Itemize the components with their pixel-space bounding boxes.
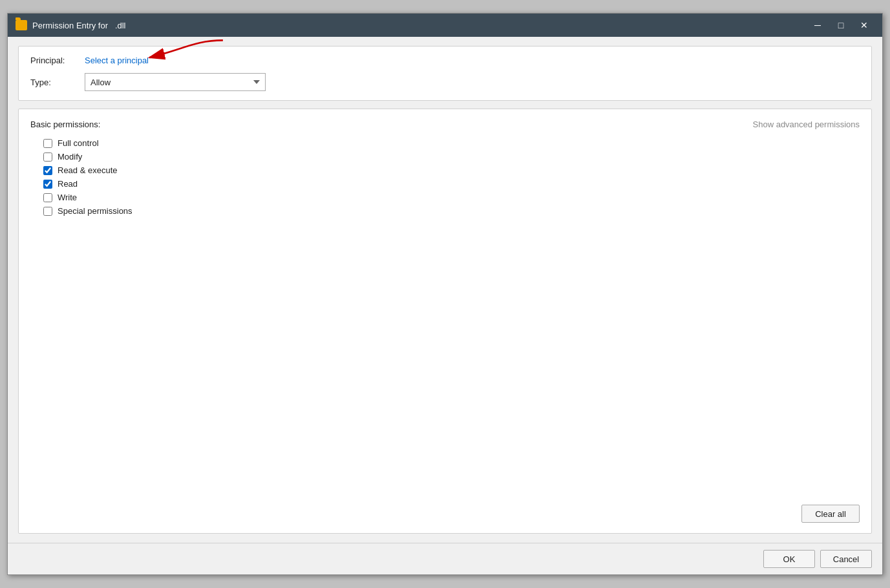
close-button[interactable]: ✕ (854, 17, 874, 33)
filename-text: .dll (115, 21, 126, 30)
type-label: Type: (30, 78, 82, 87)
select-principal-link[interactable]: Select a principal (85, 56, 149, 65)
write-checkbox[interactable] (43, 193, 52, 202)
title-text: Permission Entry for (32, 21, 108, 30)
list-item: Read & execute (43, 165, 860, 175)
window-footer: OK Cancel (8, 543, 882, 574)
list-item: Modify (43, 152, 860, 162)
list-item: Full control (43, 138, 860, 148)
permission-entry-window: Permission Entry for .dll ─ □ ✕ Principa… (7, 13, 883, 575)
list-item: Read (43, 179, 860, 189)
permissions-title: Basic permissions: (30, 120, 100, 129)
maximize-button[interactable]: □ (831, 17, 851, 33)
full-control-label: Full control (58, 138, 99, 148)
permissions-section: Basic permissions: Show advanced permiss… (18, 109, 872, 534)
modify-checkbox[interactable] (43, 152, 52, 162)
type-row: Type: Allow Deny (30, 73, 860, 91)
read-label: Read (58, 179, 78, 189)
permissions-list: Full control Modify Read & execute Read (43, 138, 860, 216)
ok-button[interactable]: OK (763, 550, 815, 568)
window-controls: ─ □ ✕ (807, 17, 874, 33)
list-item: Special permissions (43, 206, 860, 216)
folder-icon (16, 20, 27, 30)
read-execute-checkbox[interactable] (43, 166, 52, 175)
permissions-footer: Clear all (30, 497, 860, 523)
minimize-button[interactable]: ─ (807, 17, 828, 33)
title-bar: Permission Entry for .dll ─ □ ✕ (8, 14, 882, 37)
clear-all-button[interactable]: Clear all (801, 505, 860, 523)
show-advanced-permissions-link[interactable]: Show advanced permissions (753, 120, 860, 129)
cancel-button[interactable]: Cancel (820, 550, 872, 568)
window-body: Principal: Select a principal T (8, 37, 882, 543)
full-control-checkbox[interactable] (43, 139, 52, 148)
principal-label: Principal: (30, 56, 82, 65)
read-checkbox[interactable] (43, 180, 52, 189)
arrow-container: Select a principal (82, 56, 149, 65)
special-permissions-checkbox[interactable] (43, 207, 52, 216)
principal-section: Principal: Select a principal T (18, 46, 872, 101)
modify-label: Modify (58, 152, 82, 162)
special-permissions-label: Special permissions (58, 206, 132, 216)
permissions-header: Basic permissions: Show advanced permiss… (30, 120, 860, 129)
principal-row: Principal: Select a principal (30, 56, 860, 65)
list-item: Write (43, 193, 860, 202)
window-title: Permission Entry for .dll (32, 21, 807, 30)
type-select[interactable]: Allow Deny (85, 73, 266, 91)
write-label: Write (58, 193, 77, 202)
read-execute-label: Read & execute (58, 165, 118, 175)
red-arrow-indicator (136, 37, 226, 63)
